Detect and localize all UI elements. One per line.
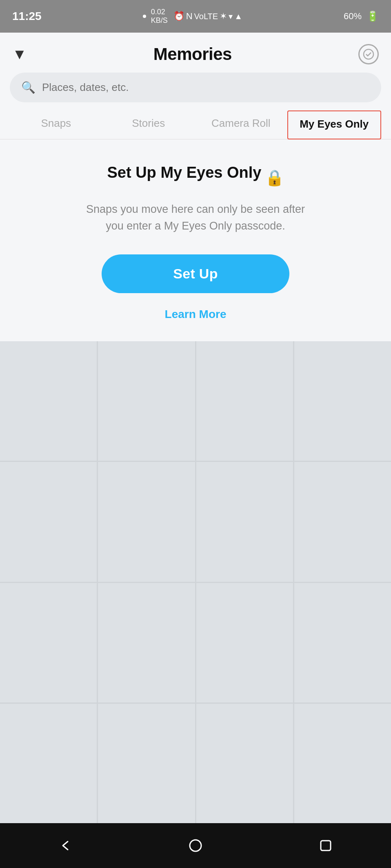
photo-grid	[0, 341, 391, 823]
grid-cell	[196, 704, 293, 823]
status-center-icons: 0.02KB/S ⏰ N VoLTE ✶ ▾ ▲	[143, 8, 242, 25]
volte-icon: VoLTE	[194, 12, 218, 21]
data-speed: 0.02KB/S	[151, 8, 168, 25]
search-icon: 🔍	[21, 81, 36, 94]
tab-camera-roll[interactable]: Camera Roll	[195, 110, 287, 139]
battery-icon: 🔋	[367, 11, 379, 22]
check-icon[interactable]	[358, 44, 379, 64]
grid-cell	[98, 341, 195, 461]
wifi-icon: ▾	[229, 11, 233, 21]
setup-title: Set Up My Eyes Only	[107, 164, 261, 181]
grid-cell	[294, 704, 391, 823]
svg-point-0	[364, 49, 373, 59]
recents-icon[interactable]	[313, 833, 338, 858]
alarm-icon: ⏰	[173, 11, 184, 22]
svg-rect-2	[321, 841, 331, 850]
status-bar: 11:25 0.02KB/S ⏰ N VoLTE ✶ ▾ ▲ 60% 🔋	[0, 0, 391, 33]
nfc-icon: N	[186, 11, 193, 22]
status-right: 60% 🔋	[344, 11, 379, 22]
lock-emoji: 🔒	[265, 169, 284, 187]
grid-cell	[294, 462, 391, 581]
tab-stories[interactable]: Stories	[102, 110, 195, 139]
grid-cell	[0, 462, 97, 581]
tabs-container: Snaps Stories Camera Roll My Eyes Only	[0, 110, 391, 139]
search-bar[interactable]: 🔍	[10, 73, 381, 102]
grid-cell	[196, 462, 293, 581]
status-time: 11:25	[12, 10, 42, 23]
signal-icon: ▲	[234, 12, 242, 21]
grid-cell	[294, 341, 391, 461]
search-input[interactable]	[42, 81, 370, 94]
learn-more-link[interactable]: Learn More	[165, 308, 227, 321]
tab-my-eyes-only[interactable]: My Eyes Only	[287, 110, 382, 139]
home-icon[interactable]	[183, 833, 208, 858]
main-content: ▼ Memories 🔍 Snaps Stories Camera Roll M…	[0, 33, 391, 823]
grid-cell	[98, 462, 195, 581]
header: ▼ Memories	[0, 33, 391, 73]
tab-snaps[interactable]: Snaps	[10, 110, 102, 139]
grid-cell	[196, 583, 293, 702]
status-dot	[143, 15, 146, 18]
bluetooth-icon: ✶	[220, 11, 227, 22]
back-icon[interactable]	[53, 833, 78, 858]
setup-description: Snaps you move here can only be seen aft…	[81, 201, 310, 234]
bottom-nav	[0, 823, 391, 868]
grid-cell	[196, 341, 293, 461]
svg-point-1	[190, 840, 201, 851]
search-container: 🔍	[0, 73, 391, 110]
setup-section: Set Up My Eyes Only 🔒 Snaps you move her…	[0, 139, 391, 341]
grid-cell	[0, 704, 97, 823]
grid-cell	[98, 583, 195, 702]
battery-percent: 60%	[344, 11, 362, 22]
grid-cell	[294, 583, 391, 702]
grid-cell	[0, 341, 97, 461]
setup-button[interactable]: Set Up	[102, 254, 289, 293]
page-title: Memories	[153, 44, 232, 64]
grid-cell	[0, 583, 97, 702]
chevron-down-icon[interactable]: ▼	[12, 46, 27, 63]
grid-cell	[98, 704, 195, 823]
